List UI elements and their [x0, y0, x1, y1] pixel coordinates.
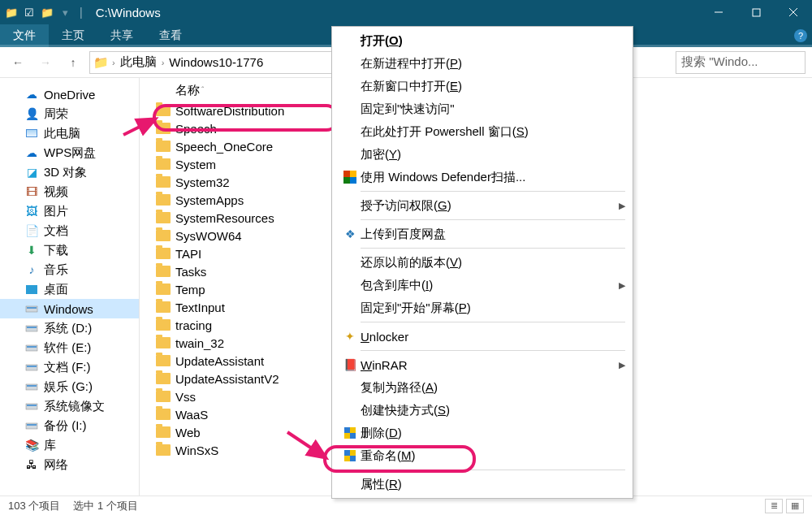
close-button[interactable]: [775, 0, 812, 24]
tree-item[interactable]: ◪3D 对象: [0, 162, 139, 182]
svg-rect-9: [27, 346, 37, 348]
submenu-arrow-icon: ▶: [619, 360, 625, 370]
tab-home[interactable]: 主页: [49, 24, 97, 47]
file-name: Temp: [175, 283, 205, 296]
titlebar: 📁 ☑ 📁 ▾ | C:\Windows: [0, 0, 812, 24]
tab-view[interactable]: 查看: [146, 24, 195, 47]
tree-item[interactable]: 🖧网络: [0, 455, 139, 474]
chevron-right-icon[interactable]: ›: [162, 58, 165, 67]
context-menu-item[interactable]: 固定到"快速访问": [333, 97, 632, 120]
search-input[interactable]: 搜索 "Windo...: [676, 51, 806, 74]
submenu-arrow-icon: ▶: [619, 280, 625, 291]
annotation-arrow: [122, 115, 162, 142]
context-menu-item[interactable]: 复制为路径(A): [333, 376, 632, 399]
menu-separator: [361, 470, 625, 470]
tree-item[interactable]: 桌面: [0, 279, 139, 299]
tree-item[interactable]: ♪音乐: [0, 260, 139, 279]
tree-item-label: 软件 (E:): [44, 340, 91, 356]
menu-separator: [361, 191, 625, 192]
menu-item-label: 在此处打开 Powershell 窗口(S): [361, 124, 625, 140]
tab-file[interactable]: 文件: [0, 24, 49, 47]
svg-line-19: [287, 432, 326, 458]
tree-item[interactable]: 🖼图片: [0, 201, 139, 221]
tree-item[interactable]: 📚库: [0, 435, 139, 455]
menu-item-icon: ✦: [339, 330, 361, 343]
context-menu-item[interactable]: 📕WinRAR▶: [333, 353, 632, 376]
tree-item[interactable]: 娱乐 (G:): [0, 377, 139, 396]
context-menu-item[interactable]: 打开(O): [333, 29, 632, 52]
minimize-button[interactable]: [700, 0, 737, 24]
context-menu-item[interactable]: 重命名(M): [333, 444, 632, 467]
forward-button[interactable]: →: [34, 51, 57, 74]
folder-icon: [156, 337, 171, 348]
context-menu-item[interactable]: 还原以前的版本(V): [333, 251, 632, 274]
context-menu-item[interactable]: 授予访问权限(G)▶: [333, 194, 632, 217]
context-menu-item[interactable]: 在新窗口中打开(E): [333, 75, 632, 97]
folder-icon: [156, 212, 171, 223]
file-name: SoftwareDistribution: [175, 104, 284, 118]
tab-share[interactable]: 共享: [97, 24, 146, 47]
tree-item-label: 文档 (F:): [44, 360, 91, 375]
tree-item-label: 此电脑: [44, 126, 80, 141]
tree-item[interactable]: 软件 (E:): [0, 338, 139, 357]
window-title: C:\Windows: [91, 6, 161, 19]
svg-line-18: [123, 119, 156, 135]
context-menu-item[interactable]: 在此处打开 Powershell 窗口(S): [333, 120, 632, 143]
file-name: Speech: [175, 122, 217, 136]
up-button[interactable]: ↑: [62, 51, 84, 74]
check-icon[interactable]: ☑: [23, 6, 36, 19]
context-menu-item[interactable]: 使用 Windows Defender扫描...: [333, 166, 632, 188]
tree-item-label: 系统 (D:): [44, 321, 92, 336]
breadcrumb-item[interactable]: Windows10-1776: [167, 55, 265, 69]
tree-item[interactable]: Windows: [0, 299, 139, 318]
tree-item-label: 音乐: [44, 262, 68, 278]
menu-item-icon: 📕: [339, 358, 361, 371]
tree-item[interactable]: ⬇下载: [0, 240, 139, 260]
context-menu-item[interactable]: 删除(D): [333, 422, 632, 444]
folder-icon: [156, 319, 171, 331]
menu-item-label: 打开(O): [361, 33, 625, 49]
svg-rect-17: [27, 424, 37, 426]
submenu-arrow-icon: ▶: [619, 201, 625, 211]
folder-icon: [156, 105, 171, 116]
tree-item[interactable]: 系统 (D:): [0, 318, 139, 338]
svg-rect-13: [27, 385, 37, 387]
context-menu-item[interactable]: ❖上传到百度网盘: [333, 223, 632, 245]
tree-item[interactable]: 备份 (I:): [0, 416, 139, 435]
tree-item[interactable]: 此电脑: [0, 123, 139, 143]
tree-item[interactable]: 🎞视频: [0, 182, 139, 201]
context-menu-item[interactable]: 创建快捷方式(S): [333, 399, 632, 422]
view-details-button[interactable]: ≣: [765, 499, 783, 513]
context-menu-item[interactable]: 固定到"开始"屏幕(P): [333, 296, 632, 319]
menu-item-label: 删除(D): [361, 426, 625, 441]
context-menu-item[interactable]: 在新进程中打开(P): [333, 52, 632, 75]
back-button[interactable]: ←: [6, 51, 29, 74]
maximize-button[interactable]: [737, 0, 775, 24]
chevron-right-icon[interactable]: ›: [112, 58, 115, 67]
menu-separator: [361, 219, 625, 220]
tree-item[interactable]: ☁OneDrive: [0, 84, 139, 104]
context-menu-item[interactable]: ✦Unlocker: [333, 325, 632, 348]
menu-item-label: 使用 Windows Defender扫描...: [361, 170, 625, 185]
breadcrumb-item[interactable]: 此电脑: [119, 54, 158, 70]
folder-icon: [156, 373, 171, 384]
menu-item-label: 授予访问权限(G): [361, 198, 619, 214]
context-menu-item[interactable]: 包含到库中(I)▶: [333, 274, 632, 296]
tree-item[interactable]: ☁WPS网盘: [0, 143, 139, 162]
menu-item-label: 固定到"快速访问": [361, 102, 625, 117]
folder-icon: [156, 158, 171, 170]
tree-item[interactable]: 👤周荣: [0, 104, 139, 123]
context-menu-item[interactable]: 加密(Y): [333, 143, 632, 166]
help-button[interactable]: ?: [789, 24, 812, 47]
tree-item[interactable]: 系统镜像文: [0, 396, 139, 416]
file-name: Web: [175, 426, 201, 439]
navigation-tree[interactable]: ☁OneDrive👤周荣此电脑☁WPS网盘◪3D 对象🎞视频🖼图片📄文档⬇下载♪…: [0, 78, 140, 496]
tree-item-label: 系统镜像文: [44, 399, 105, 414]
context-menu-item[interactable]: 属性(R): [333, 473, 632, 496]
file-name: WinSxS: [175, 444, 218, 457]
menu-item-label: 包含到库中(I): [361, 278, 619, 293]
tree-item[interactable]: 📄文档: [0, 221, 139, 240]
view-thumbnails-button[interactable]: ▦: [786, 499, 804, 513]
tree-item[interactable]: 文档 (F:): [0, 357, 139, 377]
address-bar[interactable]: 📁 › 此电脑 › Windows10-1776: [89, 51, 365, 74]
